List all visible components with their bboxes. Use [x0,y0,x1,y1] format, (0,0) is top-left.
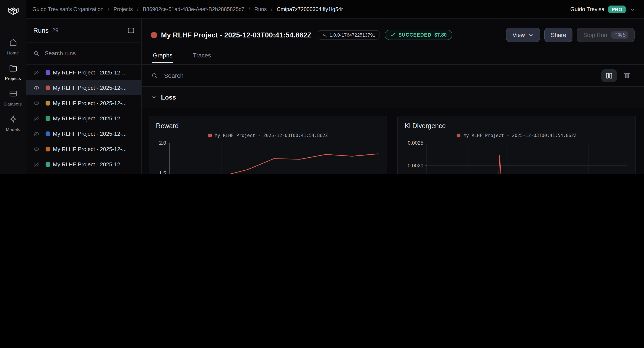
eye-off-icon[interactable] [33,115,40,122]
breadcrumb-separator: / [271,6,272,12]
main-content: My RLHF Project - 2025-12-03T00:41:54.86… [142,19,644,174]
eye-off-icon[interactable] [33,146,40,152]
run-list-item[interactable]: My RLHF Project - 2025-12-... [26,157,142,172]
runs-panel-header: Runs 29 [26,19,142,42]
eye-off-icon[interactable] [33,69,40,75]
version-badge: 1.0.0-1764722513791 [318,30,380,39]
runs-search-input[interactable] [44,50,134,57]
run-list-item[interactable]: My RLHF Project - 2025-12-... [26,65,142,80]
run-list-item[interactable]: My RLHF Project - 2025-12-... [26,126,142,141]
legend-marker [208,133,212,137]
status-badge: SUCCEEDED $7.80 [385,30,452,40]
version-text: 1.0.0-1764722513791 [330,32,375,37]
stop-run-label: Stop Run [583,32,607,38]
run-color-chip [46,70,50,75]
run-header: My RLHF Project - 2025-12-03T00:41:54.86… [142,19,644,51]
run-list-item[interactable]: My RLHF Project - 2025-12-... [26,172,142,174]
three-column-layout-button[interactable] [619,69,635,82]
breadcrumb-separator: / [108,6,109,12]
svg-text:0.0025: 0.0025 [408,141,423,146]
eye-off-icon[interactable] [33,130,40,137]
search-icon [33,50,40,57]
view-button[interactable]: View [506,28,540,42]
graph-search-input[interactable] [163,72,596,79]
sidebar-item-label: Datasets [4,101,22,106]
keyboard-shortcut: ^⌘S [611,31,628,39]
run-color-chip [46,131,50,136]
cost-text: $7.80 [434,32,447,37]
graphs-content: Loss Reward My RLHF Project - 2025-12-03… [142,87,644,174]
share-button[interactable]: Share [544,28,572,42]
breadcrumb: Guido Trevisan's Organization/Projects/B… [32,6,343,12]
eye-icon[interactable] [33,84,40,91]
sidebar-item-projects[interactable]: Projects [0,61,26,83]
run-list-item[interactable]: My RLHF Project - 2025-12-... [26,80,142,95]
user-menu[interactable]: Guido Trevisa PRO [570,5,636,13]
sidebar-item-models[interactable]: Models [0,112,26,134]
collapse-panel-icon[interactable] [127,27,134,34]
app-window: Home Projects Datasets Models [0,0,644,174]
chart-card-reward: Reward My RLHF Project - 2025-12-03T00:4… [149,116,387,174]
chevron-down-icon [630,6,636,12]
run-color-chip [46,147,50,151]
section-header-loss[interactable]: Loss [142,87,644,108]
chart-legend: My RLHF Project - 2025-12-03T00:41:54.86… [405,132,629,138]
run-color-chip [46,101,50,105]
sidebar-item-home[interactable]: Home [0,35,26,57]
breadcrumb-item[interactable]: Projects [114,6,133,12]
tab-graphs[interactable]: Graphs [152,51,173,63]
git-branch-icon [322,32,327,37]
svg-text:1.5: 1.5 [159,170,166,174]
run-name: My RLHF Project - 2025-12-... [53,100,127,106]
eye-off-icon[interactable] [33,161,40,168]
status-text: SUCCEEDED [398,32,432,37]
user-name: Guido Trevisa [570,6,604,12]
stop-run-button[interactable]: Stop Run ^⌘S [577,28,635,42]
app-logo-icon[interactable] [5,4,21,21]
legend-marker [456,133,460,137]
runs-panel-title: Runs [33,27,48,34]
run-color-chip [46,85,50,90]
run-title: My RLHF Project - 2025-12-03T00:41:54.86… [161,31,312,39]
rail-nav: Home Projects Datasets Models [0,35,26,134]
search-icon [151,72,158,79]
breadcrumb-item[interactable]: Guido Trevisan's Organization [32,6,104,12]
view-button-label: View [512,32,525,38]
run-color-chip [46,162,50,167]
layout-toggles [602,69,635,82]
topbar: Guido Trevisan's Organization/Projects/B… [26,0,644,19]
runs-panel: Runs 29 My RLHF Project - 2025 [26,19,142,174]
chart-card-kl-divergence: Kl Divergence My RLHF Project - 2025-12-… [398,116,636,174]
sidebar-item-label: Home [7,50,19,55]
run-name: My RLHF Project - 2025-12-... [53,130,127,137]
eye-off-icon[interactable] [33,100,40,106]
run-list-item[interactable]: My RLHF Project - 2025-12-... [26,141,142,157]
breadcrumb-separator: / [248,6,250,12]
chart-title: Reward [156,122,380,130]
legend-label: My RLHF Project - 2025-12-03T00:41:54.86… [215,133,328,138]
folder-icon [8,63,18,74]
breadcrumb-item[interactable]: Cmipa7z72000304iffy1lg54r [277,6,343,12]
pro-badge: PRO [608,5,626,13]
graph-search-bar [142,65,644,87]
section-label: Loss [161,94,176,101]
loss-charts-row: Reward My RLHF Project - 2025-12-03T00:4… [142,108,644,174]
tab-traces[interactable]: Traces [192,51,212,63]
run-list-item[interactable]: My RLHF Project - 2025-12-... [26,95,142,111]
header-actions: View Share Stop Run ^⌘S [506,28,635,42]
run-name: My RLHF Project - 2025-12-... [53,115,127,122]
two-column-layout-button[interactable] [602,69,617,82]
kl-divergence-chart-plot[interactable]: 0.00050.00100.00150.00200.0025020406080S… [405,141,630,174]
breadcrumb-item[interactable]: B86902ce-51ad-483e-Aeef-B2b2885825c7 [143,6,244,12]
reward-chart-plot[interactable]: 0.51.01.52.002468Steps [156,141,381,174]
sidebar-item-label: Projects [5,76,21,81]
chevron-down-icon [151,94,157,100]
breadcrumb-separator: / [137,6,138,12]
breadcrumb-item[interactable]: Runs [254,6,267,12]
runs-list: My RLHF Project - 2025-12-... My RLHF Pr… [26,65,142,174]
sidebar-item-datasets[interactable]: Datasets [0,86,26,109]
legend-label: My RLHF Project - 2025-12-03T00:41:54.86… [464,133,576,138]
datasets-icon [8,89,18,100]
run-list-item[interactable]: My RLHF Project - 2025-12-... [26,111,142,126]
runs-search [26,42,142,65]
